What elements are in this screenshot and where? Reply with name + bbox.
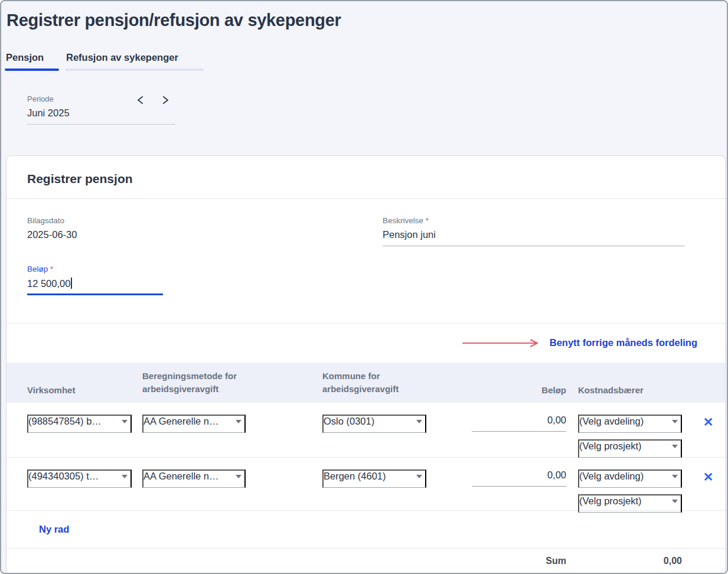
prosjekt-select[interactable]: (Velg prosjekt)	[578, 494, 682, 513]
page-title: Registrer pensjon/refusjon av sykepenger	[6, 11, 727, 30]
tab-bar: Pensjon Refusjon av sykepenger	[5, 52, 727, 71]
card-title: Registrer pensjon	[6, 156, 725, 199]
sum-row: Sum 0,00	[6, 549, 725, 573]
header-kommune: Kommune for arbeidsgiveravgift	[322, 370, 420, 396]
bilagsdato-label: Bilagsdato	[27, 216, 362, 225]
close-icon: ✕	[703, 470, 714, 484]
belop-field: Beløp * 12 500,00	[27, 265, 163, 295]
chevron-down-icon	[672, 475, 678, 478]
chevron-down-icon	[672, 445, 678, 448]
beskrivelse-label: Beskrivelse *	[383, 216, 685, 225]
prosjekt-select[interactable]: (Velg prosjekt)	[578, 439, 682, 458]
previous-period-button[interactable]	[132, 93, 148, 107]
table-row: (494340305) t… AA Generelle n… Bergen (4…	[6, 458, 725, 511]
chevron-right-icon	[162, 96, 169, 105]
period-label: Periode	[27, 94, 175, 103]
tab-pensjon[interactable]: Pensjon	[5, 52, 59, 71]
tab-active-indicator	[5, 69, 59, 71]
new-row-band: Ny rad	[6, 511, 725, 549]
bilagsdato-field: Bilagsdato 2025-06-30	[27, 216, 362, 246]
belop-row-input[interactable]: 0,00	[472, 415, 566, 432]
belop-input[interactable]: 12 500,00	[27, 278, 163, 295]
red-arrow-icon	[462, 338, 540, 348]
chevron-down-icon	[122, 475, 128, 478]
beskrivelse-input[interactable]: Pensjon juni	[383, 229, 685, 246]
chevron-down-icon	[236, 420, 241, 423]
bilagsdato-value: 2025-06-30	[27, 229, 362, 240]
page-header: Registrer pensjon/refusjon av sykepenger…	[1, 1, 727, 155]
required-asterisk: *	[426, 216, 429, 225]
header-belop: Beløp	[472, 385, 566, 395]
table-row: (988547854) b… AA Generelle n… Oslo (030…	[6, 403, 725, 458]
use-previous-distribution-row: Benytt forrige måneds fordeling	[6, 324, 725, 363]
text-cursor	[71, 278, 72, 289]
delete-row-button[interactable]: ✕	[703, 416, 714, 428]
beregningsmetode-select[interactable]: AA Generelle n…	[142, 415, 246, 433]
avdeling-select[interactable]: (Velg avdeling)	[578, 415, 682, 433]
chevron-down-icon	[672, 420, 678, 423]
app-window: Registrer pensjon/refusjon av sykepenger…	[0, 0, 728, 574]
chevron-down-icon	[122, 420, 128, 423]
pension-form: Bilagsdato 2025-06-30 Beskrivelse * Pens…	[6, 199, 725, 324]
distribution-table-header: Virksomhet Beregningsmetode for arbeidsg…	[6, 363, 725, 403]
chevron-down-icon	[672, 500, 678, 503]
tab-refusjon-av-sykepenger[interactable]: Refusjon av sykepenger	[65, 52, 204, 71]
beskrivelse-field: Beskrivelse * Pensjon juni	[383, 216, 685, 246]
header-kostnadsbaerer: Kostnadsbærer	[566, 385, 691, 395]
use-previous-distribution-link[interactable]: Benytt forrige måneds fordeling	[550, 337, 697, 348]
avdeling-select[interactable]: (Velg avdeling)	[578, 469, 682, 488]
kommune-select[interactable]: Bergen (4601)	[322, 469, 426, 488]
header-virksomhet: Virksomhet	[27, 385, 142, 395]
belop-label: Beløp *	[27, 265, 163, 273]
tab-inactive-indicator	[65, 69, 204, 71]
kommune-select[interactable]: Oslo (0301)	[322, 415, 426, 433]
virksomhet-select[interactable]: (988547854) b…	[27, 415, 132, 433]
period-field: Periode Juni 2025	[27, 94, 175, 125]
sum-label: Sum	[472, 556, 566, 566]
beregningsmetode-select[interactable]: AA Generelle n…	[142, 469, 246, 488]
chevron-down-icon	[416, 475, 422, 478]
chevron-down-icon	[236, 475, 241, 478]
next-period-button[interactable]	[158, 93, 173, 107]
tab-refusjon-label: Refusjon av sykepenger	[65, 52, 204, 63]
add-row-link[interactable]: Ny rad	[39, 524, 69, 535]
chevron-left-icon	[136, 96, 144, 105]
belop-row-input[interactable]: 0,00	[472, 469, 566, 487]
sum-value: 0,00	[578, 556, 682, 566]
header-beregningsmetode: Beregningsmetode for arbeidsgiveravgift	[142, 370, 252, 396]
kostnadsbaerer-cell: (Velg avdeling) (Velg prosjekt)	[566, 469, 691, 513]
period-value[interactable]: Juni 2025	[27, 107, 175, 125]
tab-pensjon-label: Pensjon	[5, 52, 59, 63]
delete-row-button[interactable]: ✕	[703, 471, 714, 483]
register-pension-card: Registrer pensjon Bilagsdato 2025-06-30 …	[6, 155, 726, 573]
kostnadsbaerer-cell: (Velg avdeling) (Velg prosjekt)	[566, 415, 691, 458]
chevron-down-icon	[416, 420, 422, 423]
required-asterisk: *	[50, 265, 53, 273]
close-icon: ✕	[703, 415, 714, 429]
virksomhet-select[interactable]: (494340305) t…	[27, 469, 132, 488]
